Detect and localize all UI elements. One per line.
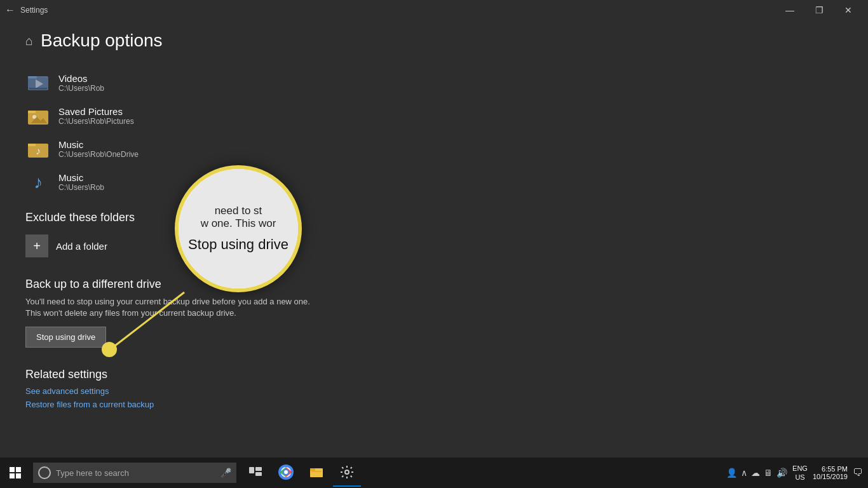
svg-point-24 — [345, 470, 349, 474]
lang-region: US — [792, 473, 808, 482]
pictures-folder-icon — [25, 103, 51, 128]
magnifier-text-top: need to stw one. This wor — [201, 205, 276, 230]
taskbar: Type here to search 🎤 — [0, 458, 868, 488]
related-settings: Related settings See advanced settings R… — [25, 368, 843, 409]
taskbar-app-icons — [241, 459, 361, 487]
network-icon[interactable]: 🖥 — [764, 468, 773, 478]
lang-code: ENG — [792, 464, 808, 473]
video-folder-icon — [25, 70, 51, 95]
clock: 6:55 PM 10/15/2019 — [813, 465, 848, 480]
maximize-button[interactable]: ❐ — [804, 0, 834, 20]
folder-info: Music C:\Users\Rob\OneDrive — [58, 139, 139, 159]
folder-path: C:\Users\Rob\OneDrive — [58, 150, 139, 159]
svg-text:♪: ♪ — [34, 172, 43, 192]
page-header: ⌂ Backup options — [25, 30, 843, 51]
add-icon: + — [25, 234, 48, 257]
search-icon — [38, 466, 51, 479]
stop-using-drive-button[interactable]: Stop using drive — [25, 327, 106, 348]
back-icon[interactable]: ← — [5, 4, 15, 16]
title-bar-title: Settings — [20, 6, 48, 15]
svg-rect-14 — [249, 467, 254, 473]
related-title: Related settings — [25, 368, 843, 381]
svg-rect-6 — [28, 111, 36, 113]
folder-path: C:\Users\Rob — [58, 84, 104, 93]
title-bar-controls: — ❐ ✕ — [775, 0, 863, 20]
magnifier-pointer-dot — [102, 342, 117, 357]
svg-rect-4 — [29, 88, 47, 90]
backup-drive-title: Back up to a different drive — [25, 278, 843, 291]
backup-drive-section: Back up to a different drive You'll need… — [25, 278, 843, 348]
taskbar-search-bar[interactable]: Type here to search 🎤 — [33, 463, 236, 483]
list-item: ♪ Music C:\Users\Rob — [25, 165, 843, 198]
folder-info: Saved Pictures C:\Users\Rob\Pictures — [58, 106, 134, 126]
folder-name: Music — [58, 172, 104, 183]
svg-rect-3 — [28, 78, 48, 89]
task-view-button[interactable] — [241, 459, 269, 487]
restore-files-link[interactable]: Restore files from a current backup — [25, 400, 843, 409]
chevron-up-icon[interactable]: ∧ — [741, 468, 747, 478]
music-folder-icon: ♪ — [25, 169, 51, 194]
folder-name: Music — [58, 139, 139, 150]
search-placeholder: Type here to search — [56, 468, 215, 478]
close-button[interactable]: ✕ — [834, 0, 863, 20]
exclude-title: Exclude these folders — [25, 211, 843, 224]
list-item: Videos C:\Users\Rob — [25, 66, 843, 99]
folder-list: Videos C:\Users\Rob Saved Pictures C:\Us… — [25, 66, 843, 198]
microphone-icon[interactable]: 🎤 — [220, 468, 231, 478]
taskbar-right: 👤 ∧ ☁ 🖥 🔊 ENG US 6:55 PM 10/15/2019 🗨 — [726, 464, 868, 482]
start-button[interactable] — [0, 458, 31, 488]
magnifier-content: need to stw one. This wor Stop using dri… — [179, 169, 298, 288]
page-title: Backup options — [41, 30, 162, 51]
people-icon[interactable]: 👤 — [726, 468, 737, 478]
magnifier-text-bottom: Stop using drive — [188, 236, 288, 253]
time: 6:55 PM — [822, 465, 848, 473]
folder-info: Music C:\Users\Rob — [58, 172, 104, 192]
title-bar-left: ← Settings — [5, 4, 48, 16]
onedrive-icon[interactable]: ☁ — [751, 468, 760, 478]
folder-path: C:\Users\Rob\Pictures — [58, 117, 134, 126]
list-item: ♪ Music C:\Users\Rob\OneDrive — [25, 132, 843, 165]
add-folder-label: Add a folder — [56, 241, 107, 252]
folder-name: Videos — [58, 73, 104, 84]
backup-drive-description: You'll need to stop using your current b… — [25, 296, 318, 319]
folder-path: C:\Users\Rob — [58, 183, 104, 192]
folder-name: Saved Pictures — [58, 106, 134, 117]
notification-icon[interactable]: 🗨 — [853, 467, 863, 478]
svg-rect-15 — [255, 467, 262, 471]
settings-icon[interactable] — [333, 459, 361, 487]
svg-point-20 — [284, 470, 288, 474]
exclude-section: Exclude these folders + Add a folder — [25, 211, 843, 260]
language-indicator: ENG US — [792, 464, 808, 482]
speaker-icon[interactable]: 🔊 — [776, 468, 787, 478]
list-item: Saved Pictures C:\Users\Rob\Pictures — [25, 99, 843, 132]
svg-rect-16 — [255, 472, 262, 476]
file-explorer-icon[interactable] — [302, 459, 330, 487]
home-icon: ⌂ — [25, 34, 33, 48]
system-tray: 👤 ∧ ☁ 🖥 🔊 — [726, 468, 787, 478]
music-onedrive-folder-icon: ♪ — [25, 136, 51, 161]
add-folder-button[interactable]: + Add a folder — [25, 232, 107, 260]
svg-rect-10 — [28, 144, 36, 146]
windows-icon — [10, 467, 21, 478]
svg-text:♪: ♪ — [36, 146, 41, 156]
magnifier-overlay: need to stw one. This wor Stop using dri… — [175, 165, 302, 292]
minimize-button[interactable]: — — [775, 0, 804, 20]
title-bar: ← Settings — ❐ ✕ — [0, 0, 868, 20]
svg-rect-23 — [311, 471, 322, 472]
date: 10/15/2019 — [813, 473, 848, 480]
folder-info: Videos C:\Users\Rob — [58, 73, 104, 93]
main-content: ⌂ Backup options Videos C:\Users\Rob — [0, 20, 868, 458]
chrome-icon[interactable] — [272, 459, 300, 487]
see-advanced-settings-link[interactable]: See advanced settings — [25, 386, 843, 396]
svg-rect-22 — [310, 468, 315, 471]
